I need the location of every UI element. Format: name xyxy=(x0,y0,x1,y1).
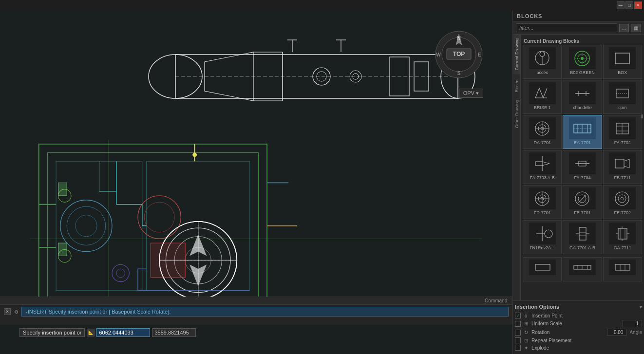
svg-rect-75 xyxy=(615,53,629,64)
block-item-fa7703[interactable]: FA-7703 A-B xyxy=(523,150,562,184)
block-preview-fd7701 xyxy=(529,187,556,209)
block-item-brise1[interactable]: BRISE 1 xyxy=(523,80,562,114)
tab-current-drawing[interactable]: Current Drawing xyxy=(513,35,520,75)
option-insertion-point: α Insertion Point xyxy=(515,313,642,318)
block-item-fe7701[interactable]: FE-7701 xyxy=(563,185,602,219)
block-preview-fa7702 xyxy=(609,117,636,139)
rotation-angle-label: Angle xyxy=(629,330,642,335)
coordinate-x-input[interactable] xyxy=(96,328,150,337)
insertion-options-panel: Insertion Options ▾ α Insertion Point ⊞ … xyxy=(513,300,644,354)
uniform-scale-checkbox[interactable] xyxy=(515,321,521,327)
opv-badge[interactable]: OPV ▾ xyxy=(459,89,483,98)
main-area: S E W N TOP OPV ▾ xyxy=(0,11,644,354)
block-preview-da7701 xyxy=(529,117,556,139)
svg-point-68 xyxy=(540,52,545,56)
block-item-cpm[interactable]: cpm xyxy=(603,80,642,114)
command-bar-label: Command: xyxy=(485,298,509,303)
block-item-gn1rev2a[interactable]: ГN1Rev2A... xyxy=(523,220,562,254)
block-name-da7701: DA-7701 xyxy=(533,140,551,145)
block-item-fd7701[interactable]: FD-7701 xyxy=(523,185,562,219)
insertion-point-label: Insertion Point xyxy=(531,313,642,318)
block-name-chandelle: chandelle xyxy=(573,105,592,110)
rotation-checkbox[interactable] xyxy=(515,330,521,335)
svg-rect-127 xyxy=(579,227,586,240)
block-item-fa7702[interactable]: FA-7702 xyxy=(603,115,642,149)
block-preview-fb7711 xyxy=(609,152,636,174)
explode-checkbox[interactable] xyxy=(515,345,521,351)
block-preview-brise1 xyxy=(529,82,556,104)
block-name-gn1rev2a: ГN1Rev2A... xyxy=(530,245,555,250)
compass: S E W N TOP xyxy=(435,30,483,79)
tab-other-drawing[interactable]: Other Drawing xyxy=(513,96,520,132)
command-panel: Command: ✕ ⚙ -INSERT Specify insertion p… xyxy=(0,297,512,325)
blocks-grid: acces B02 GREE xyxy=(523,45,642,254)
uniform-scale-label: Uniform Scale xyxy=(531,321,621,326)
repeat-placement-icon: ⊡ xyxy=(523,338,530,343)
block-preview-fe7702 xyxy=(609,187,636,209)
maximize-button[interactable]: □ xyxy=(625,1,633,9)
tab-recent[interactable]: Recent xyxy=(513,75,520,96)
insertion-point-checkbox[interactable] xyxy=(515,313,521,318)
block-item-fa7704[interactable]: FA-7704 xyxy=(563,150,602,184)
block-item-box[interactable]: BOX xyxy=(603,45,642,79)
rotation-icon: ↻ xyxy=(523,330,530,335)
svg-rect-107 xyxy=(615,159,624,168)
block-item-da7701[interactable]: DA-7701 xyxy=(523,115,562,149)
block-item-acces[interactable]: acces xyxy=(523,45,562,79)
svg-point-32 xyxy=(67,206,106,245)
command-gear-button[interactable]: ⚙ xyxy=(13,308,19,315)
blocks-grid-area[interactable]: Current Drawing Blocks acces xyxy=(521,35,644,300)
option-explode: ✦ Explode xyxy=(515,345,642,351)
rotation-value[interactable]: 0.00 xyxy=(607,329,626,336)
block-preview-fe7701 xyxy=(569,187,596,209)
block-item-b02green[interactable]: B02 GREEN xyxy=(563,45,602,79)
block-preview-cpm xyxy=(609,82,636,104)
block-name-ga7701: GA-7701 A-B xyxy=(569,245,595,250)
svg-point-31 xyxy=(60,200,112,252)
block-preview-bottom1 xyxy=(529,260,556,275)
svg-rect-144 xyxy=(615,264,630,270)
filter-more-button[interactable]: ... xyxy=(619,24,629,32)
repeat-placement-checkbox[interactable] xyxy=(515,337,521,343)
block-item-bottom1[interactable] xyxy=(523,257,562,281)
scrollbar-thumb[interactable] xyxy=(641,114,643,118)
block-item-bottom3[interactable] xyxy=(603,257,642,281)
svg-line-109 xyxy=(624,166,629,168)
block-name-fa7702: FA-7702 xyxy=(614,140,631,145)
close-button[interactable]: ✕ xyxy=(634,1,642,9)
command-full-text: -INSERT Specify insertion point or [ Bas… xyxy=(21,307,509,317)
block-preview-chandelle xyxy=(569,82,596,104)
uniform-scale-value[interactable]: 1 xyxy=(623,320,642,327)
block-preview-b02green xyxy=(569,47,596,69)
svg-rect-27 xyxy=(39,144,267,308)
minimize-button[interactable]: — xyxy=(617,1,625,9)
command-icon: 📐 xyxy=(87,329,95,336)
side-tabs: Current Drawing Recent Other Drawing xyxy=(513,35,521,300)
block-preview-gn1rev2a xyxy=(529,223,556,244)
svg-point-53 xyxy=(112,264,129,281)
command-close-button[interactable]: ✕ xyxy=(4,308,11,315)
block-name-fa7703: FA-7703 A-B xyxy=(530,175,555,180)
block-item-ga7711[interactable]: GA-7711 xyxy=(603,220,642,254)
rotation-label: Rotation xyxy=(531,330,605,335)
svg-point-37 xyxy=(144,202,174,232)
cad-viewport[interactable]: S E W N TOP OPV ▾ xyxy=(0,11,512,354)
option-rotation: ↻ Rotation 0.00 Angle xyxy=(515,329,642,336)
filter-bar: ... ▦ xyxy=(513,21,644,35)
block-name-box: BOX xyxy=(618,70,627,75)
filter-view-button[interactable]: ▦ xyxy=(631,24,641,32)
command-input-area: Specify insertion point or 📐 3559.882149… xyxy=(19,328,196,337)
block-preview-box xyxy=(609,47,636,69)
svg-text:E: E xyxy=(478,52,481,57)
block-name-ea7701: EA-7701 xyxy=(574,140,591,145)
block-item-ea7701[interactable]: EA-7701 xyxy=(563,115,602,149)
block-item-ga7701[interactable]: GA-7701 A-B xyxy=(563,220,602,254)
block-item-bottom2[interactable] xyxy=(563,257,602,281)
filter-input[interactable] xyxy=(516,23,617,32)
svg-text:W: W xyxy=(436,52,441,57)
insertion-point-icon: α xyxy=(523,313,530,318)
block-item-fb7711[interactable]: FB-7711 xyxy=(603,150,642,184)
block-item-chandelle[interactable]: chandelle xyxy=(563,80,602,114)
insertion-expand-button[interactable]: ▾ xyxy=(640,304,642,310)
block-item-fe7702[interactable]: FE-7702 xyxy=(603,185,642,219)
